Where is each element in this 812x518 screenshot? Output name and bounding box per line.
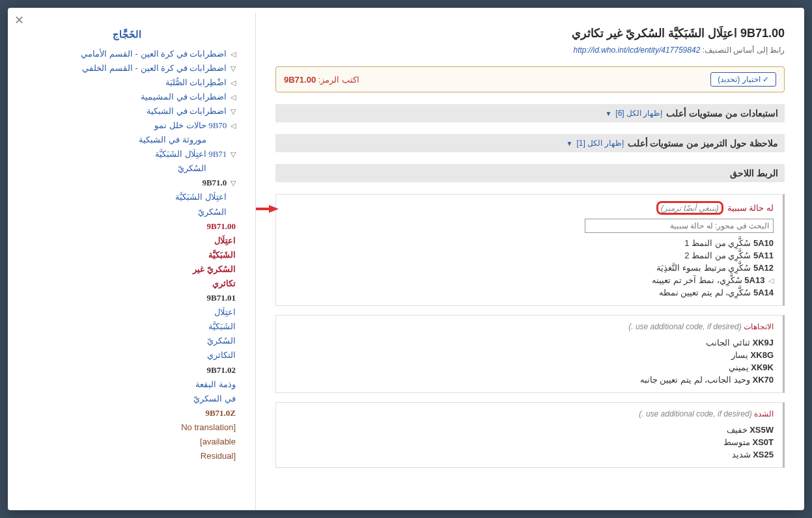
list-item[interactable]: XK9J ثنائي الجانب — [285, 336, 774, 349]
uri-link[interactable]: http://id.who.int/icd/entity/417759842 — [574, 46, 701, 55]
code-prompt: اكتب الرمز: 9B71.00 — [284, 75, 359, 85]
expand-icon[interactable]: ◁ — [768, 277, 774, 284]
list-item[interactable]: XK70 وحيد الجانب، لم يتم تعيين جانبه — [285, 374, 774, 386]
entity-modal: ✕ 9B71.00 اعتِلَال الشَبَكيَّة السُكريّ … — [8, 8, 804, 510]
title-code: 9B71.00 — [740, 27, 785, 40]
postcoord-severity: الشدة (. use additional code, if desired… — [275, 402, 785, 468]
tree-node[interactable]: ▽ 9B71.0اعتِلَال الشَبَكيَّة السُكريّ — [18, 176, 236, 219]
chevron-down-icon: ▼ — [605, 110, 611, 117]
select-button[interactable]: ✓ اختيار (تحديد) — [710, 72, 776, 87]
list-item[interactable]: 5A14 سُكَّرِي، لم يتم تعيين نمطه — [285, 286, 774, 299]
modal-content: 9B71.00 اعتِلَال الشَبَكيَّة السُكريّ غي… — [8, 8, 804, 510]
list-item[interactable]: ◁ 5A13 سُكَّرِي، نمط آخر تم تعيينه — [285, 274, 774, 286]
list-item[interactable]: XS0T متوسط — [285, 436, 774, 448]
coding-note-toggle[interactable]: إظهار الكل [1] — [577, 139, 624, 148]
page-title: 9B71.00 اعتِلَال الشَبَكيَّة السُكريّ غي… — [275, 26, 785, 40]
exclusions-header[interactable]: استبعادات من مستويات أعلٮ إظهار الكل [6]… — [275, 104, 785, 122]
hierarchy-tree: الخَجَّاج ◁ اضطرابات في كرة العين - القس… — [18, 26, 236, 463]
tree-heading: الخَجَّاج — [18, 26, 236, 43]
svg-marker-1 — [269, 205, 279, 213]
coding-note-label: ملاحظة حول الترميز من مستويات أعلٮ — [628, 138, 778, 148]
chevron-down-icon: ▼ — [567, 140, 573, 147]
chevron-left-icon: ◁ — [231, 50, 236, 58]
tree-node[interactable]: ◁ 9B70 حالات خلل نمو موروثة في الشبكية — [18, 118, 236, 147]
tree-node[interactable]: 9B71.01اعتِلَال الشَبَكيَّة السُكريّ الت… — [18, 291, 236, 362]
tree-node-selected[interactable]: 9B71.00اعتِلَال الشَبَكيَّة السُكريّ غير… — [18, 219, 236, 291]
list-item[interactable]: 5A11 سُكَّرِي من النمط 2 — [285, 249, 774, 262]
postcoord-label: الربط اللاحق — [730, 168, 778, 178]
main-panel: 9B71.00 اعتِلَال الشَبَكيَّة السُكريّ غي… — [255, 13, 804, 510]
list-item[interactable]: 5A12 سُكَّرِي مرتبط بسوء التَّغذِيَة — [285, 262, 774, 274]
list-item[interactable]: XS5W خفيف — [285, 424, 774, 436]
postcoord-laterality: الاتجاهات (. use additional code, if des… — [275, 315, 785, 393]
title-text: اعتِلَال الشَبَكيَّة السُكريّ غير تكاثري — [572, 27, 737, 40]
causal-label: له حالة سببية — [727, 203, 774, 213]
postcoord-causal: له حالة سببية (ينبغي أيضًا ترميز) 5A10 س… — [275, 194, 785, 306]
foundation-uri: رابط إلى أساس التصنيف: http://id.who.int… — [275, 46, 785, 55]
code-bar: ✓ اختيار (تحديد) اكتب الرمز: 9B71.00 — [275, 66, 785, 92]
chevron-down-icon: ▽ — [231, 64, 236, 72]
causal-search-input[interactable] — [585, 219, 774, 233]
list-item[interactable]: XK8G يسار — [285, 349, 774, 361]
should-code-note: (ينبغي أيضًا ترميز) — [661, 204, 719, 213]
postcoord-header: الربط اللاحق — [275, 164, 785, 182]
tree-node[interactable]: ◁ اضْطِرابات الصُّلبَة — [18, 75, 236, 90]
code-value: 9B71.00 — [284, 75, 316, 85]
uri-label: رابط إلى أساس التصنيف: — [703, 46, 785, 55]
tree-node[interactable]: ▽ اضطرابات في الشبكية — [18, 104, 236, 118]
code-prompt-label: اكتب الرمز: — [318, 75, 359, 85]
tree-node[interactable]: ◁ اضطرابات في المشيمية — [18, 90, 236, 104]
tree-node[interactable]: ◁ اضطرابات في كرة العين - القسم الأمامي — [18, 47, 236, 61]
list-item[interactable]: XK9K يميني — [285, 361, 774, 374]
severity-title: الشدة (. use additional code, if desired… — [285, 409, 774, 418]
annotation-highlight: (ينبغي أيضًا ترميز) — [656, 201, 723, 215]
annotation-arrow — [255, 202, 279, 215]
exclusions-toggle[interactable]: إظهار الكل [6] — [615, 109, 662, 118]
list-item[interactable]: XS25 شديد — [285, 448, 774, 461]
hierarchy-sidebar: الخَجَّاج ◁ اضطرابات في كرة العين - القس… — [8, 13, 255, 510]
exclusions-label: استبعادات من مستويات أعلٮ — [666, 108, 778, 118]
list-item[interactable]: 5A10 سُكَّرِي من النمط 1 — [285, 237, 774, 249]
tree-node[interactable]: 9B71.02وذمة البقعة في السكريّ — [18, 363, 236, 406]
postcoord-causal-title: له حالة سببية (ينبغي أيضًا ترميز) — [285, 201, 774, 215]
close-icon[interactable]: ✕ — [14, 13, 24, 27]
coding-note-header[interactable]: ملاحظة حول الترميز من مستويات أعلٮ إظهار… — [275, 134, 785, 152]
tree-node[interactable]: ▽ 9B71 اعتِلَال الشَبَكيَّة السُكريّ — [18, 147, 236, 176]
tree-node[interactable]: ▽ اضطرابات في كرة العين - القسم الخلفي — [18, 61, 236, 75]
tree-node[interactable]: 9B71.0Z[No translation available] [Resid… — [18, 406, 236, 463]
laterality-title: الاتجاهات (. use additional code, if des… — [285, 322, 774, 331]
